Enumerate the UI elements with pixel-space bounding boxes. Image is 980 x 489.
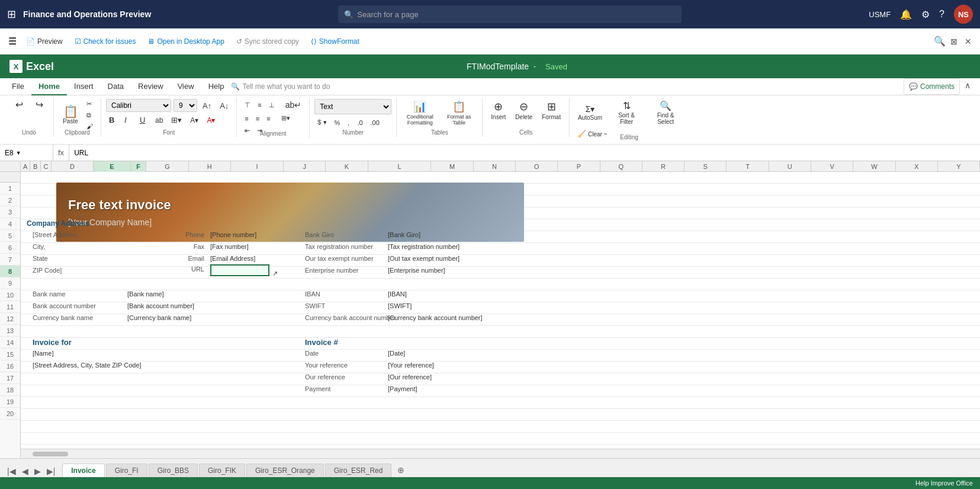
row-9[interactable]: 9 — [0, 277, 20, 289]
horizontal-scrollbar[interactable] — [21, 449, 980, 458]
format-as-table-button[interactable]: 📋 Format as Table — [441, 99, 477, 127]
shrink-font-button[interactable]: A↓ — [217, 100, 232, 111]
avatar[interactable]: NS — [954, 5, 973, 24]
font-color-button[interactable]: A▾ — [204, 115, 218, 126]
comments-button[interactable]: 💬 Comments — [904, 78, 960, 95]
close-icon[interactable]: ✕ — [962, 34, 974, 49]
grid-icon[interactable]: ⊞ — [7, 8, 16, 21]
row-17[interactable]: 17 — [0, 372, 20, 384]
tab-last-btn[interactable]: ▶| — [44, 465, 58, 477]
bold-button[interactable]: B — [106, 114, 119, 126]
row-15[interactable]: 15 — [0, 349, 20, 360]
sheet-tab-giro-fi[interactable]: Giro_FI — [106, 464, 147, 477]
row-19[interactable]: 19 — [0, 396, 20, 408]
align-right-button[interactable]: ≡ — [264, 114, 273, 123]
tab-first-btn[interactable]: |◀ — [5, 465, 18, 477]
italic-button[interactable]: I — [121, 114, 134, 126]
settings-icon[interactable]: ⚙ — [921, 9, 930, 20]
add-sheet-button[interactable]: ⊕ — [393, 463, 409, 477]
cut-button[interactable]: ✂ — [83, 99, 96, 109]
check-issues-button[interactable]: ☑ Check for issues — [70, 35, 141, 48]
formula-content[interactable]: URL — [69, 149, 980, 157]
row-8[interactable]: 8 — [0, 266, 20, 277]
tab-view[interactable]: View — [171, 78, 201, 95]
row-12[interactable]: 12 — [0, 313, 20, 325]
align-top-button[interactable]: ⊤ — [242, 100, 253, 110]
undo-button[interactable]: ↩ — [9, 99, 28, 111]
sheet-tab-giro-esr-orange[interactable]: Giro_ESR_Orange — [246, 464, 324, 477]
tab-insert[interactable]: Insert — [67, 78, 101, 95]
hamburger-icon[interactable]: ☰ — [6, 33, 19, 49]
redo-button[interactable]: ↪ — [30, 99, 49, 111]
row-5[interactable]: 5 — [0, 230, 20, 242]
row-20[interactable]: 20 — [0, 408, 20, 420]
find-select-button[interactable]: 🔍 Find & Select — [647, 99, 684, 126]
row-13[interactable]: 13 — [0, 325, 20, 337]
row-3[interactable]: 3 — [0, 206, 20, 218]
sheet-tab-giro-bbs[interactable]: Giro_BBS — [149, 464, 198, 477]
strikethrough-button[interactable]: ab — [152, 115, 166, 126]
merge-button[interactable]: ⊞▾ — [278, 113, 293, 123]
underline-button[interactable]: U — [137, 114, 150, 126]
decimal-increase-button[interactable]: .0 — [354, 118, 365, 127]
row-18[interactable]: 18 — [0, 384, 20, 396]
autosum-button[interactable]: Σ▾ AutoSum — [574, 103, 606, 122]
grow-font-button[interactable]: A↑ — [200, 100, 214, 111]
tab-next-btn[interactable]: ▶ — [32, 465, 43, 477]
fill-color-button[interactable]: A▾ — [187, 115, 201, 126]
sheet-tab-giro-esr-red[interactable]: Giro_ESR_Red — [325, 464, 392, 477]
preview-button[interactable]: 📄 Preview — [21, 35, 68, 48]
insert-cell-button[interactable]: ⊕ Insert — [487, 99, 509, 122]
comma-button[interactable]: , — [345, 118, 352, 127]
row-16[interactable]: 16 — [0, 360, 20, 372]
align-middle-button[interactable]: ≡ — [255, 100, 264, 110]
expand-icon[interactable]: ⊠ — [948, 34, 960, 49]
tab-prev-btn[interactable]: ◀ — [20, 465, 31, 477]
percent-button[interactable]: % — [332, 118, 343, 127]
search-icon-toolbar[interactable]: 🔍 — [934, 36, 946, 47]
collapse-ribbon-icon[interactable]: ∧ — [960, 78, 975, 95]
number-format-select[interactable]: Text General Number Currency Date Percen… — [314, 99, 391, 114]
currency-button[interactable]: $ ▾ — [314, 117, 329, 127]
sort-filter-button[interactable]: ⇅ Sort & Filter — [608, 99, 645, 126]
format-cell-button[interactable]: ⊞ Format — [538, 99, 564, 122]
align-left-button[interactable]: ≡ — [242, 114, 251, 123]
show-format-button[interactable]: ⟨⟩ ShowFormat — [306, 35, 364, 48]
bell-icon[interactable]: 🔔 — [900, 9, 912, 20]
open-desktop-button[interactable]: 🖥 Open in Desktop App — [143, 35, 229, 48]
wrap-text-button[interactable]: ab↵ — [282, 99, 305, 111]
sync-button[interactable]: ↺ Sync stored copy — [232, 35, 304, 48]
row-6[interactable]: 6 — [0, 242, 20, 254]
paste-button[interactable]: 📋 Paste — [59, 103, 82, 127]
url-active-cell[interactable] — [210, 264, 269, 276]
align-center-button[interactable]: ≡ — [253, 114, 262, 123]
align-bottom-button[interactable]: ⊥ — [266, 100, 278, 110]
tab-file[interactable]: File — [5, 78, 31, 95]
row-1[interactable]: 1 — [0, 183, 20, 194]
search-bar[interactable]: 🔍 Search for a page — [338, 5, 682, 23]
delete-cell-button[interactable]: ⊖ Delete — [512, 99, 536, 122]
row-14[interactable]: 14 — [0, 337, 20, 349]
row-7[interactable]: 7 — [0, 254, 20, 266]
col-F[interactable]: F — [131, 161, 147, 172]
tab-help[interactable]: Help — [201, 78, 232, 95]
help-icon[interactable]: ? — [939, 9, 944, 20]
row-2[interactable]: 2 — [0, 194, 20, 206]
decimal-decrease-button[interactable]: .00 — [368, 118, 383, 127]
cell-ref-box[interactable]: E8 ▼ — [0, 145, 53, 161]
sheet-tab-giro-fik[interactable]: Giro_FIK — [199, 464, 245, 477]
tab-home[interactable]: Home — [31, 78, 67, 95]
col-E[interactable]: E — [94, 161, 130, 172]
font-select[interactable]: Calibri — [106, 99, 171, 112]
row-4[interactable]: 4 — [0, 218, 20, 230]
cell-ref-dropdown[interactable]: ▼ — [16, 150, 21, 156]
conditional-formatting-button[interactable]: 📊 Conditional Formatting — [401, 99, 438, 127]
sheet-tab-invoice[interactable]: Invoice — [62, 464, 104, 478]
tab-data[interactable]: Data — [101, 78, 131, 95]
font-size-select[interactable]: 9 — [173, 99, 197, 112]
copy-button[interactable]: ⧉ — [83, 110, 96, 120]
row-11[interactable]: 11 — [0, 301, 20, 313]
tab-review[interactable]: Review — [131, 78, 171, 95]
border-button[interactable]: ⊞▾ — [168, 114, 185, 126]
row-10[interactable]: 10 — [0, 289, 20, 301]
